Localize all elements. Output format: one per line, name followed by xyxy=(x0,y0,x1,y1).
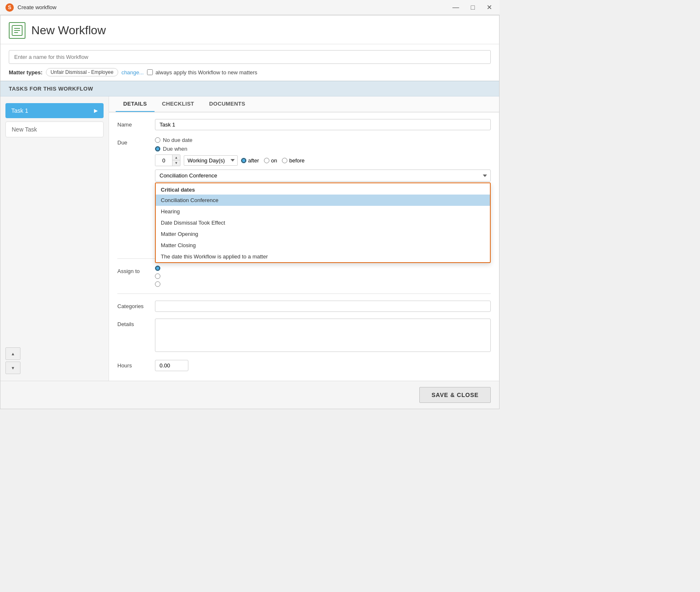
assign-radio-3[interactable] xyxy=(155,281,160,287)
page-title: New Workflow xyxy=(31,24,106,37)
days-input-wrapper: ▲ ▼ xyxy=(155,154,180,166)
details-row: Details xyxy=(117,319,491,353)
task-name-input[interactable] xyxy=(155,119,491,130)
spin-up-button[interactable]: ▲ xyxy=(172,155,180,160)
task-item-1-label: Task 1 xyxy=(11,107,28,114)
due-label: Due xyxy=(117,137,155,146)
critical-dates-group-label: Critical dates xyxy=(156,183,490,195)
assign-to-row: Assign to xyxy=(117,266,491,287)
spin-buttons: ▲ ▼ xyxy=(172,155,180,166)
name-row: Name xyxy=(117,119,491,130)
after-radio-label[interactable]: after xyxy=(241,157,259,164)
assign-to-field xyxy=(155,266,491,287)
after-on-before-group: after on before xyxy=(241,157,304,164)
categories-field-wrapper xyxy=(155,301,491,312)
new-task-item[interactable]: New Task xyxy=(5,121,104,137)
due-when-controls: ▲ ▼ Working Day(s) Calendar Day(s) xyxy=(155,154,491,166)
close-button[interactable]: ✕ xyxy=(484,3,495,12)
days-input[interactable] xyxy=(155,155,172,166)
details-field-wrapper xyxy=(155,319,491,353)
date-ref-dropdown-popup: Critical dates Conciliation Conference H… xyxy=(155,182,491,263)
dropdown-item-hearing[interactable]: Hearing xyxy=(156,206,490,217)
app-logo-icon: S xyxy=(5,3,14,12)
assign-radio-2-row xyxy=(155,273,491,279)
after-radio[interactable] xyxy=(241,158,246,163)
tab-details[interactable]: DETAILS xyxy=(116,96,155,112)
always-apply-row: always apply this Workflow to new matter… xyxy=(147,69,257,76)
categories-input[interactable] xyxy=(155,301,491,312)
minimize-button[interactable]: — xyxy=(450,3,462,12)
tab-details-content: Name Due No due date xyxy=(109,112,499,381)
details-textarea[interactable] xyxy=(155,319,491,352)
tasks-body: Task 1 ▶ New Task ▲ ▼ DETAILS CHECKLIST … xyxy=(0,96,499,381)
due-when-row: Due when xyxy=(155,146,491,152)
after-label: after xyxy=(248,157,259,164)
hours-row: Hours xyxy=(117,360,491,371)
tab-documents[interactable]: DOCUMENTS xyxy=(202,96,253,112)
main-window: New Workflow Matter types: Unfair Dismis… xyxy=(0,15,500,409)
svg-text:S: S xyxy=(8,5,11,10)
assign-radio-3-row xyxy=(155,281,491,287)
tab-checklist[interactable]: CHECKLIST xyxy=(155,96,202,112)
name-field xyxy=(155,119,491,130)
form-area: Matter types: Unfair Dismissal - Employe… xyxy=(0,44,499,81)
titlebar-left: S Create workflow xyxy=(5,3,56,12)
workflow-icon xyxy=(9,22,25,39)
spin-down-button[interactable]: ▼ xyxy=(172,160,180,166)
before-radio[interactable] xyxy=(282,158,287,163)
due-when-label: Due when xyxy=(163,146,188,152)
task-arrow-icon: ▶ xyxy=(94,108,98,114)
tabs: DETAILS CHECKLIST DOCUMENTS xyxy=(109,96,499,112)
due-field: No due date Due when xyxy=(155,137,491,182)
before-label: before xyxy=(289,157,304,164)
matter-types-label: Matter types: xyxy=(9,69,43,76)
no-due-date-label: No due date xyxy=(163,137,193,143)
no-due-date-row: No due date xyxy=(155,137,491,143)
on-label: on xyxy=(271,157,277,164)
before-radio-label[interactable]: before xyxy=(282,157,304,164)
change-link[interactable]: change... xyxy=(122,69,144,76)
always-apply-text: always apply this Workflow to new matter… xyxy=(155,69,257,76)
move-down-button[interactable]: ▼ xyxy=(5,362,20,374)
workflow-name-input[interactable] xyxy=(9,50,491,64)
assign-radio-group xyxy=(155,266,491,287)
dropdown-item-workflow-applied[interactable]: The date this Workflow is applied to a m… xyxy=(156,251,490,262)
assign-to-label: Assign to xyxy=(117,266,155,274)
save-close-button[interactable]: SAVE & CLOSE xyxy=(419,387,491,403)
page-header: New Workflow xyxy=(0,15,499,44)
left-panel: Task 1 ▶ New Task ▲ ▼ xyxy=(0,96,109,381)
matter-types-row: Matter types: Unfair Dismissal - Employe… xyxy=(9,68,491,76)
new-task-label: New Task xyxy=(12,126,37,133)
hours-input[interactable] xyxy=(155,360,188,371)
assign-radio-1[interactable] xyxy=(155,266,160,271)
assign-radio-1-row xyxy=(155,266,491,271)
bottom-bar: SAVE & CLOSE xyxy=(0,381,499,409)
dropdown-item-conciliation[interactable]: Conciliation Conference xyxy=(156,195,490,206)
titlebar: S Create workflow — □ ✕ xyxy=(0,0,500,15)
details-label: Details xyxy=(117,319,155,327)
maximize-button[interactable]: □ xyxy=(468,3,477,12)
name-label: Name xyxy=(117,119,155,128)
titlebar-controls: — □ ✕ xyxy=(450,3,495,12)
no-due-date-radio[interactable] xyxy=(155,137,160,143)
categories-label: Categories xyxy=(117,301,155,309)
task-item-1[interactable]: Task 1 ▶ xyxy=(5,103,104,118)
dropdown-item-matter-closing[interactable]: Matter Closing xyxy=(156,240,490,251)
due-when-radio[interactable] xyxy=(155,146,160,152)
matter-type-badge: Unfair Dismissal - Employee xyxy=(46,68,118,76)
on-radio[interactable] xyxy=(264,158,269,163)
titlebar-title: Create workflow xyxy=(18,4,56,10)
always-apply-checkbox[interactable] xyxy=(147,69,153,75)
date-ref-select[interactable]: Conciliation Conference Hearing Date Dis… xyxy=(155,170,491,182)
move-up-button[interactable]: ▲ xyxy=(5,347,20,360)
on-radio-label[interactable]: on xyxy=(264,157,277,164)
dropdown-item-dismissal[interactable]: Date Dismissal Took Effect xyxy=(156,217,490,228)
assign-radio-2[interactable] xyxy=(155,273,160,279)
hours-field-wrapper xyxy=(155,360,491,371)
right-panel: DETAILS CHECKLIST DOCUMENTS Name Due xyxy=(109,96,499,381)
dropdown-item-matter-opening[interactable]: Matter Opening xyxy=(156,228,490,240)
due-radio-group: No due date Due when xyxy=(155,137,491,152)
day-type-select[interactable]: Working Day(s) Calendar Day(s) xyxy=(184,155,238,166)
tasks-section-header: TASKS FOR THIS WORKFLOW xyxy=(0,81,499,96)
date-ref-wrapper: Conciliation Conference Hearing Date Dis… xyxy=(155,170,491,182)
